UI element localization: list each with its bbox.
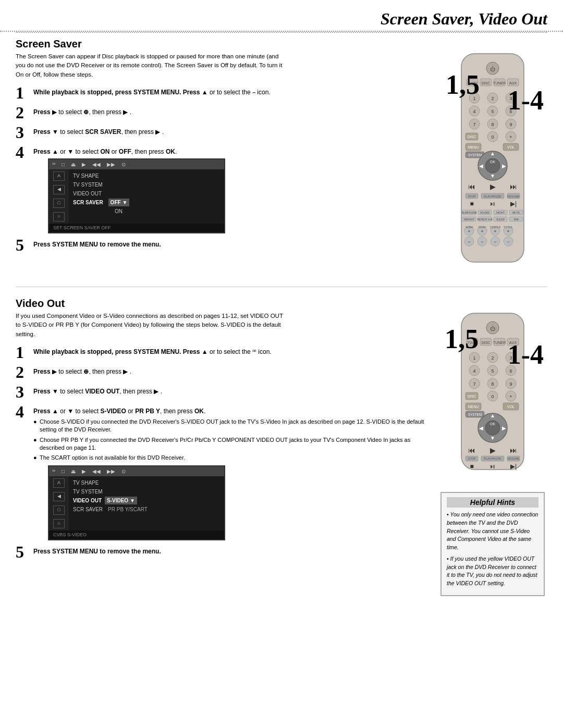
step-number-4: 4 <box>16 144 30 161</box>
helpful-hints-text: • You only need one video connection bet… <box>447 511 538 588</box>
video-out-section: Video Out If you used Component Video or… <box>0 294 563 601</box>
svg-text:7: 7 <box>473 122 475 127</box>
remote-container-vo: 1,5 1-4 ⏻ TV/AV DISC TUNER AUX 1 <box>451 298 534 476</box>
step5-text: Press SYSTEM MENU to remove the menu. <box>33 241 161 248</box>
video-out-left: Video Out If you used Component Video or… <box>16 298 427 596</box>
svg-text:REAR: REAR <box>479 226 486 229</box>
bullet-scart-text: The SCART option is not available for th… <box>40 454 185 462</box>
svg-text:▲: ▲ <box>490 413 495 418</box>
toolbar-icon7: ⊙ <box>121 161 126 168</box>
scr-saver-label: SCR SAVER <box>73 199 103 206</box>
vo-step1-bold: While playback is stopped, press SYSTEM … <box>33 348 200 355</box>
screen-saver-right: 1,5 1-4 ⏻ TV/AV DISC TUNER <box>438 38 547 274</box>
step-number-1: 1 <box>16 84 30 101</box>
svg-text:SLEEP: SLEEP <box>496 218 505 221</box>
hint-1-text: You only need one video connection betwe… <box>447 511 538 550</box>
svg-text:▶|: ▶| <box>510 463 517 470</box>
svg-text:◀: ◀ <box>479 163 483 169</box>
svg-text:▼: ▼ <box>490 173 495 179</box>
badge-15: 1,5 <box>446 69 480 100</box>
screen-mockup-ss: ꟹ □ ⏏ ▶ ◀◀ ▶▶ ⊙ A ◀ □ <box>48 158 225 234</box>
svg-text:◀: ◀ <box>479 425 483 431</box>
svg-text:+: + <box>509 394 512 399</box>
step-number-3: 3 <box>16 124 30 141</box>
screen-saver-intro: The Screen Saver can appear if Disc play… <box>16 52 287 79</box>
menu-tv-shape: TV SHAPE <box>73 171 220 180</box>
vo-step-content-2: Press ▶ to select ⊕, then press ▶ . <box>33 364 427 376</box>
svg-text:4: 4 <box>473 368 475 374</box>
svg-text:−: − <box>507 239 509 244</box>
section-divider <box>16 287 547 287</box>
vo-video-out-label: VIDEO OUT <box>73 497 102 504</box>
svg-text:⏻: ⏻ <box>490 326 495 331</box>
svg-text:+: + <box>468 229 470 234</box>
svg-text:+: + <box>507 229 509 234</box>
svg-text:⏯: ⏯ <box>489 200 496 207</box>
svg-text:⏭: ⏭ <box>510 446 517 454</box>
svg-text:▲: ▲ <box>490 151 495 156</box>
vo-step3-text: Press ▼ to select VIDEO OUT, then press … <box>33 388 162 395</box>
svg-text:⏻: ⏻ <box>490 66 495 72</box>
svg-text:TUNER: TUNER <box>493 341 506 344</box>
svg-text:DISC: DISC <box>482 341 491 344</box>
svg-text:+: + <box>494 229 496 234</box>
screen-toolbar-vo: ꟹ □ ⏏ ▶ ◀◀ ▶▶ ⊙ <box>49 466 224 476</box>
toolbar-icon2: □ <box>62 161 65 168</box>
step-content-2: Press ▶ to select ⊕, then press ▶ . <box>33 104 427 117</box>
vo-step-number-4: 4 <box>16 403 30 420</box>
svg-text:STOP: STOP <box>468 457 476 460</box>
video-out-steps: 1 While playback is stopped, press SYSTE… <box>16 344 427 560</box>
step3-text: Press ▼ to select SCR SAVER, then press … <box>33 128 164 135</box>
screen-body-ss: A ◀ □ ○ TV SHAPE TV SYSTEM VIDEO OUT SC <box>49 169 224 224</box>
vo-menu-tv-shape: TV SHAPE <box>73 478 220 487</box>
step-ss-1: 1 While playback is stopped, press SYSTE… <box>16 84 427 101</box>
svg-text:AUX: AUX <box>509 81 517 85</box>
svg-text:0: 0 <box>491 394 494 399</box>
helpful-hints-box: Helpful Hints • You only need one video … <box>440 492 545 596</box>
step-vo-2: 2 Press ▶ to select ⊕, then press ▶ . <box>16 364 427 380</box>
svg-text:OK: OK <box>490 160 495 164</box>
vo-sidebar-vol: ◀ <box>53 492 65 501</box>
svg-text:PLAY/PAUSE: PLAY/PAUSE <box>484 457 501 460</box>
screen-status-ss: SET SCREEN SAVER OFF <box>49 224 224 233</box>
vo-scr-label: SCR SAVER <box>73 505 103 513</box>
svg-text:9: 9 <box>509 122 512 127</box>
step2-press: Press ▶ to select ⊕, then press ▶ . <box>33 108 131 116</box>
svg-text:▶: ▶ <box>490 182 496 191</box>
badge-15-vo: 1,5 <box>445 324 479 354</box>
toolbar-icon1: ꟹ <box>52 161 55 168</box>
svg-text:■: ■ <box>470 463 473 470</box>
step-vo-3: 3 Press ▼ to select VIDEO OUT, then pres… <box>16 384 427 400</box>
svg-text:STOP: STOP <box>468 195 476 198</box>
sidebar-icon-d: ○ <box>53 212 65 221</box>
vo-step2-text: Press ▶ to select ⊕, then press ▶ . <box>33 368 131 375</box>
vo-sidebar-a: A <box>53 478 65 488</box>
option-off: OFF ▼ <box>108 199 130 206</box>
toolbar-icon5: ◀◀ <box>92 161 101 168</box>
svg-text:5: 5 <box>491 368 494 374</box>
svg-text:⏮: ⏮ <box>468 182 475 191</box>
svg-text:DISC: DISC <box>468 135 476 139</box>
svg-text:▶|: ▶| <box>510 200 517 207</box>
screen-status-vo: CVBS S-VIDEO <box>49 530 224 540</box>
vo-step-content-4: Press ▲ or ▼ to select S-VIDEO or PR PB … <box>33 403 427 540</box>
menu-video-out: VIDEO OUT <box>73 189 220 198</box>
step-content-5: Press SYSTEM MENU to remove the menu. <box>33 237 427 249</box>
screen-mockup-vo: ꟹ □ ⏏ ▶ ◀◀ ▶▶ ⊙ A ◀ □ <box>48 465 225 541</box>
step-ss-5: 5 Press SYSTEM MENU to remove the menu. <box>16 237 427 253</box>
scr-saver-options: OFF ▼ <box>108 199 130 206</box>
svg-text:⏮: ⏮ <box>468 446 475 454</box>
menu-scr-saver: SCR SAVER OFF ▼ <box>73 198 220 207</box>
svg-text:REPEAT A-B: REPEAT A-B <box>478 218 493 221</box>
svg-text:TV VOL: TV VOL <box>504 226 513 229</box>
step1-arrow1: ▲ or <box>202 89 217 96</box>
screen-saver-left: Screen Saver The Screen Saver can appear… <box>16 38 427 274</box>
step-ss-3: 3 Press ▼ to select SCR SAVER, then pres… <box>16 124 427 141</box>
hint-1: • You only need one video connection bet… <box>447 511 538 552</box>
svg-text:⏯: ⏯ <box>489 463 496 470</box>
vo-step-content-1: While playback is stopped, press SYSTEM … <box>33 344 427 356</box>
svg-text:5: 5 <box>491 109 494 114</box>
svg-text:PLAY/PAUSE: PLAY/PAUSE <box>484 195 501 198</box>
svg-text:MENU: MENU <box>468 405 479 409</box>
toolbar-icon4: ▶ <box>82 161 86 168</box>
